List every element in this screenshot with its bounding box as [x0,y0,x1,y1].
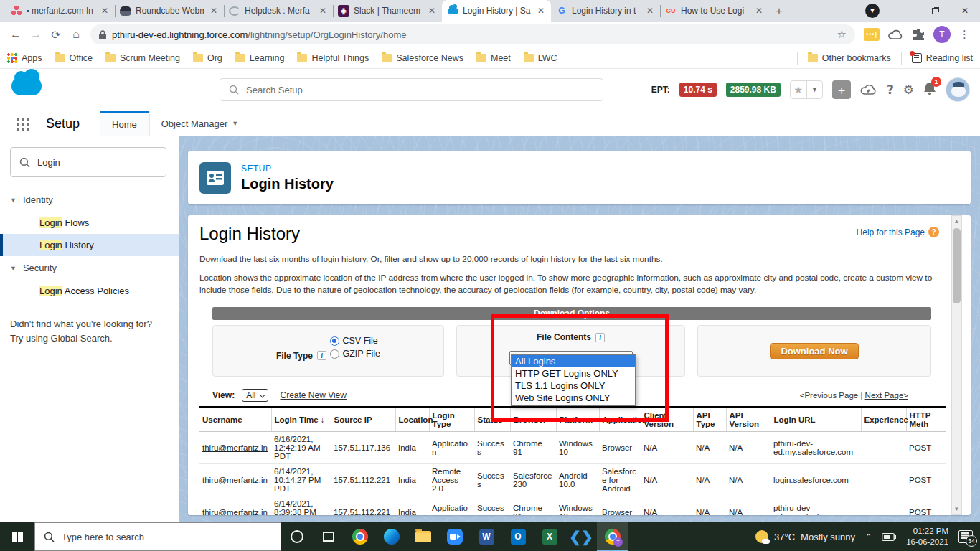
scrollbar-thumb[interactable] [953,228,961,303]
column-header[interactable]: Source IP [331,408,395,432]
cortana-button[interactable] [281,522,313,551]
column-header[interactable]: Login Time ↓ [271,408,331,432]
start-button[interactable] [0,522,34,551]
scroll-up-arrow[interactable]: ▲ [952,216,961,227]
dropdown-option[interactable]: Web Site Logins ONLY [512,392,635,404]
favorite-star-icon[interactable]: ★ [791,81,806,98]
radio-unselected-icon[interactable] [330,349,339,359]
media-controls-button[interactable]: ▼ [865,4,880,18]
favorites-dropdown-icon[interactable]: ▼ [806,81,822,98]
info-icon[interactable]: i [317,351,326,360]
tray-expand-icon[interactable]: ⌃ [865,532,872,542]
notifications-bell[interactable]: 1 [923,82,936,98]
bookmark-item[interactable]: Helpful Things [297,53,369,63]
tab-close-icon[interactable]: ✕ [645,6,655,16]
username-link[interactable]: thiru@merfantz.in [199,496,271,515]
column-header[interactable]: Login Type [429,408,474,432]
taskbar-excel[interactable]: X [534,522,565,551]
bookmark-item[interactable]: Org [193,53,222,63]
view-select[interactable]: All [242,389,268,402]
tab-close-icon[interactable]: ✕ [100,6,110,16]
battery-icon[interactable] [882,533,896,541]
browser-tab[interactable]: ⋕Slack | Thameem✕ [333,0,442,22]
task-view-button[interactable] [313,522,344,551]
browser-tab[interactable]: Roundcube Webm✕ [115,0,224,22]
bookmark-item[interactable]: Scrum Meeting [105,53,180,63]
browser-tab[interactable]: • merfantz.com In✕ [6,0,115,22]
environment-cloud-icon[interactable] [860,83,877,96]
password-extension-icon[interactable]: •••| [864,28,880,41]
favorites-combo-button[interactable]: ★▼ [790,80,823,99]
window-close-button[interactable]: ✕ [950,0,980,22]
gzip-file-option[interactable]: GZIP File [330,349,381,359]
sidebar-item-login-access-policies[interactable]: Login Access Policies [0,280,179,302]
sidebar-section-security[interactable]: ▼Security [0,256,179,280]
weather-widget[interactable]: 37°C Mostly sunny [755,530,855,543]
username-link[interactable]: thiru@merfantz.in [199,432,271,464]
quick-create-button[interactable]: ＋ [832,80,851,99]
taskbar-file-explorer[interactable] [407,522,439,551]
taskbar-chrome-active[interactable]: T [597,522,628,551]
column-header[interactable]: Location [395,408,429,432]
previous-page-link[interactable]: <Previous Page | [800,391,863,400]
create-new-view-link[interactable]: Create New View [280,390,346,400]
tab-close-icon[interactable]: ✕ [536,6,546,16]
browser-tab[interactable]: CUHow to Use Logi✕ [660,0,769,22]
browser-menu-icon[interactable]: ⋮ [959,28,970,41]
download-now-button[interactable]: Download Now [770,343,858,359]
taskbar-word[interactable]: W [471,522,502,551]
help-for-page-link[interactable]: Help for this Page ? [857,227,939,237]
sidebar-search-box[interactable]: Login [10,147,166,177]
taskbar-edge[interactable] [376,522,407,551]
action-center-icon[interactable]: 34 [958,530,973,543]
taskbar-search-box[interactable]: Type here to search [34,522,281,551]
tab-object-manager[interactable]: Object Manager▼ [149,111,250,136]
taskbar-vscode[interactable]: ❮❯ [565,522,597,551]
url-bar[interactable]: pthiru-dev-ed.lightning.force.com/lightn… [90,24,855,44]
bookmark-item[interactable]: Salesforce News [382,53,463,63]
tab-close-icon[interactable]: ✕ [427,6,437,16]
settings-gear-icon[interactable]: ⚙ [903,83,914,97]
back-icon[interactable]: ← [6,24,26,44]
tab-home[interactable]: Home [100,111,149,136]
other-bookmarks[interactable]: Other bookmarks [808,53,891,63]
sidebar-item-login-flows[interactable]: Login Flows [0,212,179,234]
browser-tab[interactable]: Helpdesk : Merfa✕ [224,0,333,22]
csv-file-option[interactable]: CSV File [330,336,381,346]
help-icon[interactable]: ? [887,83,894,97]
column-header[interactable]: Login URL [771,408,861,432]
cloud-extension-icon[interactable] [888,29,904,40]
reload-icon[interactable]: ⟳ [46,24,66,44]
column-header[interactable]: Experience [861,408,906,432]
scroll-down-arrow[interactable]: ▼ [952,504,961,514]
tray-clock[interactable]: 01:22 PM 16-06-2021 [906,526,948,547]
home-icon[interactable]: ⌂ [66,24,86,44]
bookmark-item[interactable]: Apps [7,53,42,63]
user-avatar[interactable] [946,77,970,102]
app-launcher-icon[interactable] [16,117,30,131]
radio-selected-icon[interactable] [330,336,339,346]
content-scrollbar[interactable]: ▲ ▼ [951,215,962,515]
browser-tab[interactable]: GLogin History in t✕ [551,0,660,22]
forward-icon[interactable]: → [26,24,46,44]
taskbar-chrome[interactable] [344,522,376,551]
bookmark-star-icon[interactable]: ☆ [837,28,847,41]
tab-close-icon[interactable]: ✕ [754,6,764,16]
taskbar-zoom[interactable] [439,522,471,551]
window-minimize-button[interactable]: — [890,0,920,22]
dropdown-option[interactable]: HTTP GET Logins ONLY [512,367,635,380]
bookmark-item[interactable]: Meet [476,53,511,63]
sidebar-item-login-history[interactable]: Login History [0,234,179,256]
sidebar-section-identity[interactable]: ▼Identity [0,188,179,212]
reading-list[interactable]: Reading list [912,53,973,63]
bookmark-item[interactable]: Learning [235,53,285,63]
dropdown-option[interactable]: TLS 1.1 Logins ONLY [512,380,635,392]
salesforce-logo[interactable] [11,77,42,95]
profile-avatar[interactable]: T [933,26,951,43]
new-tab-button[interactable]: + [769,1,789,22]
column-header[interactable]: API Type [693,408,726,432]
username-link[interactable]: thiru@merfantz.in [199,464,271,496]
column-header[interactable]: Username [199,408,271,432]
column-header[interactable]: API Version [726,408,771,432]
extensions-puzzle-icon[interactable] [913,29,925,41]
